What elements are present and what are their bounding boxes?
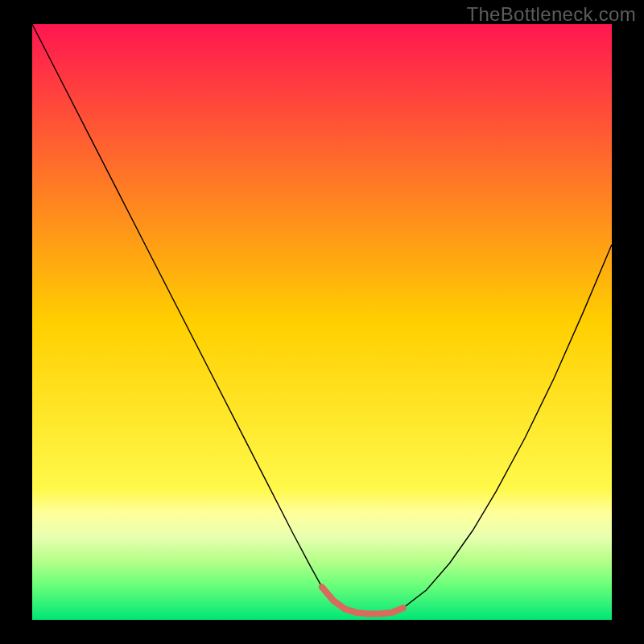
gradient-rect (32, 24, 612, 620)
chart-svg (32, 24, 612, 620)
plot-area (32, 24, 612, 620)
watermark-text: TheBottleneck.com (466, 3, 636, 26)
chart-frame: TheBottleneck.com (0, 0, 644, 644)
